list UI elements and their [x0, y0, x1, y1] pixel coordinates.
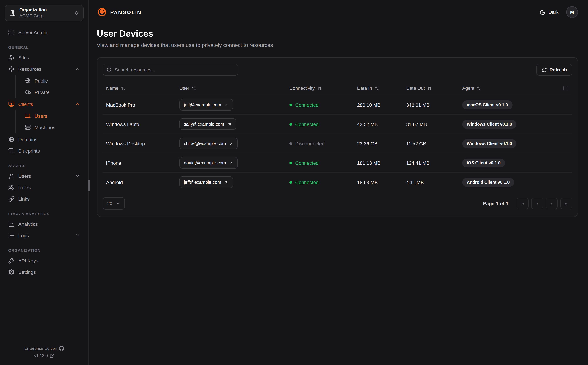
device-name: iPhone	[106, 160, 179, 166]
pagination-controls: Page 1 of 1 « ‹ › »	[483, 197, 572, 209]
sidebar-item-clients[interactable]: Clients	[5, 98, 84, 110]
table-row: iPhone david@example.com Connected 181.1…	[103, 153, 572, 172]
sidebar-item-settings[interactable]: Settings	[5, 266, 84, 278]
header-actions: Dark M	[540, 6, 578, 18]
sidebar-item-logs[interactable]: Logs	[5, 230, 84, 241]
data-out-value: 11.52 GB	[406, 141, 462, 146]
chart-line-icon	[8, 221, 14, 227]
chevron-up-icon	[75, 66, 80, 71]
user-link-button[interactable]: jeff@example.com	[179, 176, 233, 188]
moon-icon	[540, 9, 546, 15]
status-dot	[289, 142, 292, 145]
refresh-button[interactable]: Refresh	[536, 64, 572, 76]
sort-arrows-icon	[477, 86, 481, 90]
user-link-button[interactable]: sally@example.com	[179, 119, 236, 130]
sort-arrows-icon	[317, 86, 322, 90]
clients-subnav: Users Machines	[15, 110, 84, 133]
agent-badge: Windows Client v0.1.0	[462, 120, 516, 129]
page-size-select[interactable]: 20	[103, 197, 125, 210]
theme-label: Dark	[548, 9, 559, 15]
sidebar-item-links[interactable]: Links	[5, 193, 84, 204]
device-name: Windows Lapto	[106, 121, 179, 127]
section-label-organization: ORGANIZATION	[5, 248, 84, 253]
sidebar-item-public[interactable]: Public	[15, 75, 84, 86]
page-subtitle: View and manage devices that users use t…	[97, 42, 578, 48]
pangolin-logo-icon	[97, 7, 107, 17]
server-icon	[25, 124, 31, 130]
chevron-right-icon: ›	[551, 200, 552, 206]
section-label-general: GENERAL	[5, 45, 84, 49]
sidebar-item-sites[interactable]: Sites	[5, 52, 84, 63]
sidebar-item-resources[interactable]: Resources	[5, 63, 84, 75]
sidebar-item-analytics[interactable]: Analytics	[5, 218, 84, 230]
sidebar-item-users[interactable]: Users	[5, 170, 84, 182]
sidebar: Organization ACME Corp. Server Admin GEN…	[0, 0, 89, 365]
github-icon[interactable]	[59, 346, 64, 351]
column-header-data-in[interactable]: Data In	[357, 85, 406, 91]
table-row: MacBook Pro jeff@example.com Connected 2…	[103, 95, 572, 114]
page-status: Page 1 of 1	[483, 201, 509, 206]
org-selector[interactable]: Organization ACME Corp.	[5, 5, 84, 21]
chevrons-right-icon: »	[565, 200, 568, 206]
devices-card: Refresh Name User Connectivity Data In D…	[97, 57, 578, 217]
sidebar-item-domains[interactable]: Domains	[5, 134, 84, 145]
pagination: 20 Page 1 of 1 « ‹ › »	[103, 197, 572, 210]
org-label: Organization	[19, 7, 71, 13]
sidebar-item-client-users[interactable]: Users	[15, 110, 84, 122]
sidebar-item-roles[interactable]: Roles	[5, 182, 84, 193]
avatar[interactable]: M	[566, 6, 578, 18]
user-link-button[interactable]: david@example.com	[179, 157, 238, 168]
sidebar-item-machines[interactable]: Machines	[15, 122, 84, 133]
status-dot	[289, 181, 292, 183]
connectivity-status: Connected	[289, 121, 357, 127]
data-out-value: 124.41 MB	[406, 160, 462, 166]
theme-toggle-button[interactable]: Dark	[540, 9, 559, 15]
user-link-button[interactable]: jeff@example.com	[179, 99, 233, 111]
user-icon	[8, 173, 14, 179]
server-icon	[8, 29, 14, 35]
top-header: PANGOLIN Dark M	[97, 0, 578, 24]
sidebar-item-server-admin[interactable]: Server Admin	[5, 27, 84, 38]
table-row: Android jeff@example.com Connected 18.63…	[103, 172, 572, 192]
columns-icon	[563, 85, 569, 91]
agent-badge: macOS Client v0.1.0	[462, 100, 512, 109]
users-icon	[8, 184, 14, 190]
sidebar-item-private[interactable]: Private	[15, 86, 84, 98]
arrow-up-right-icon	[229, 141, 233, 146]
connectivity-status: Connected	[289, 102, 357, 108]
sidebar-scrollbar-thumb[interactable]	[88, 180, 90, 191]
column-header-user[interactable]: User	[179, 85, 289, 91]
first-page-button[interactable]: «	[517, 197, 529, 209]
search-input[interactable]	[103, 64, 238, 76]
sidebar-item-blueprints[interactable]: Blueprints	[5, 145, 84, 156]
section-label-access: ACCESS	[5, 164, 84, 168]
sidebar-nav: Server Admin GENERAL Sites Resources Pub…	[5, 27, 84, 346]
agent-badge: iOS Client v0.1.0	[462, 158, 505, 167]
column-visibility-button[interactable]	[563, 85, 569, 91]
globe-icon	[25, 78, 31, 84]
agent-badge: Windows Client v0.1.0	[462, 139, 516, 148]
arrow-up-right-icon	[229, 161, 233, 165]
table-header-row: Name User Connectivity Data In Data Out …	[103, 81, 572, 95]
column-header-connectivity[interactable]: Connectivity	[289, 85, 357, 91]
table-row: Windows Desktop chloe@example.com Discon…	[103, 134, 572, 153]
external-link-icon[interactable]	[50, 353, 54, 358]
column-header-name[interactable]: Name	[106, 85, 179, 91]
brand-name: PANGOLIN	[110, 9, 141, 15]
last-page-button[interactable]: »	[560, 197, 572, 209]
column-header-data-out[interactable]: Data Out	[406, 85, 462, 91]
sidebar-item-api-keys[interactable]: API Keys	[5, 255, 84, 266]
scroll-text-icon	[8, 148, 14, 154]
table-row: Windows Lapto sally@example.com Connecte…	[103, 114, 572, 134]
previous-page-button[interactable]: ‹	[531, 197, 543, 209]
next-page-button[interactable]: ›	[546, 197, 558, 209]
column-header-agent[interactable]: Agent	[462, 85, 569, 91]
refresh-icon	[542, 67, 547, 72]
link-icon	[8, 196, 14, 202]
devices-table: Name User Connectivity Data In Data Out …	[103, 81, 572, 192]
data-in-value: 280.10 MB	[357, 102, 406, 108]
monitor-up-icon	[8, 101, 14, 107]
sort-arrows-icon	[374, 86, 379, 90]
user-link-button[interactable]: chloe@example.com	[179, 138, 238, 149]
table-body: MacBook Pro jeff@example.com Connected 2…	[103, 95, 572, 192]
